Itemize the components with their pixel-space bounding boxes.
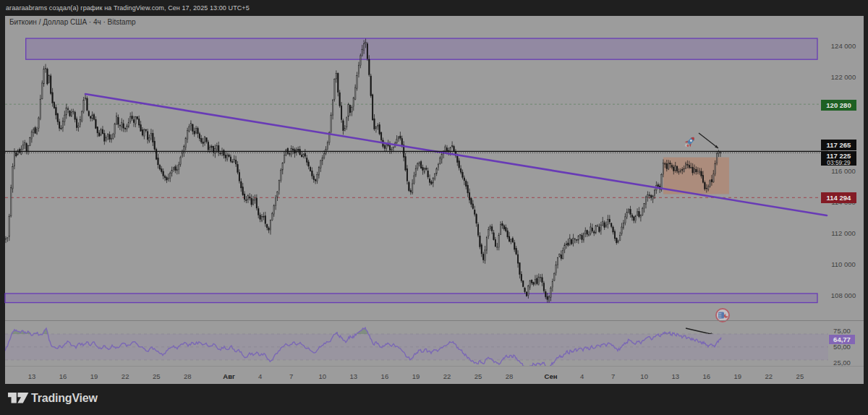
resistance-zone[interactable] — [26, 38, 817, 59]
price-axis[interactable] — [829, 16, 864, 365]
footer-bar: TradingView — [0, 384, 868, 415]
rocket-icon[interactable] — [683, 135, 697, 150]
chart-canvas[interactable] — [0, 0, 868, 415]
price-arrow[interactable] — [699, 133, 718, 148]
snapshot-title-bar: araaraabrams создал(а) график на Trading… — [0, 0, 868, 16]
time-axis[interactable] — [5, 367, 829, 384]
support-zone[interactable] — [5, 294, 817, 303]
tradingview-logo-text[interactable]: TradingView — [31, 392, 98, 405]
symbol-title[interactable]: Биткоин / Доллар США · 4ч · Bitstamp — [9, 18, 136, 26]
highlight-box[interactable] — [663, 158, 729, 194]
tradingview-chart-page: 124 000122 000120 000116 000114 000112 0… — [0, 0, 868, 415]
candles[interactable] — [5, 38, 720, 302]
snapshot-title: araaraabrams создал(а) график на Trading… — [6, 4, 250, 12]
tradingview-logo-icon[interactable] — [8, 393, 29, 403]
rsi-pane[interactable] — [5, 328, 828, 369]
sticker-emoji-icon[interactable] — [716, 309, 729, 322]
